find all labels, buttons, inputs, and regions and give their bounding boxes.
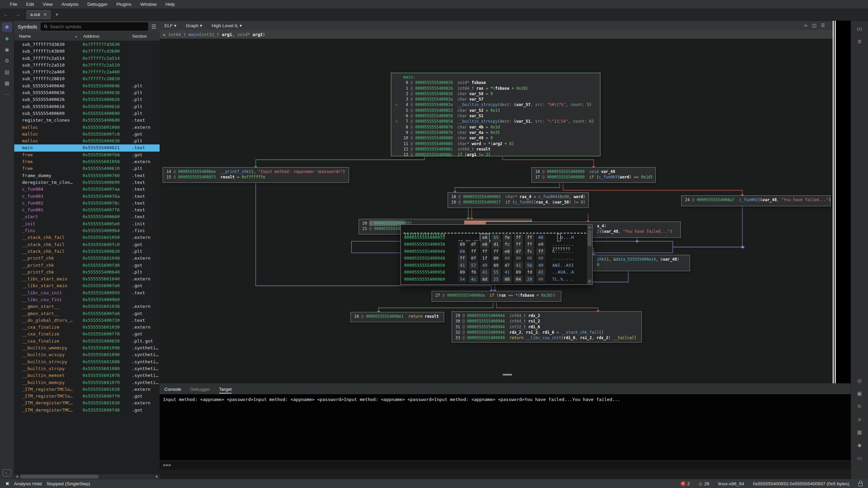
symbol-row[interactable]: __do_global_dtors_…0x555555400720.text	[14, 317, 160, 324]
error-badge[interactable]: ✕2	[681, 481, 690, 486]
hex-ascii-char[interactable]: .	[568, 241, 571, 248]
hex-byte[interactable]: e9	[536, 241, 545, 248]
symbol-row[interactable]: __builtin_memcpy0x555555601070.syntheti…	[14, 379, 160, 386]
function-signature[interactable]: ↻ int64_t main(int32_t arg1, void* arg2)	[160, 30, 833, 39]
hex-ascii-char[interactable]: .	[558, 248, 560, 255]
symbol-row[interactable]: malloc0x555555601060.extern	[14, 124, 160, 131]
hex-ascii-char[interactable]: .	[560, 248, 563, 255]
symbols-panel-icon[interactable]: ✱	[2, 22, 12, 32]
code-line[interactable]: 31 @ 0000555555400944 int32_t rdi_6	[455, 324, 638, 330]
hex-byte[interactable]: 57	[469, 262, 478, 269]
hex-ascii-char[interactable]: .	[555, 248, 558, 255]
hex-ascii-char[interactable]: H	[571, 234, 574, 241]
symbol-row[interactable]: __printf_chk0x555555601048.extern	[14, 255, 160, 262]
symbol-row[interactable]: __printf_chk0x555555600fd0.got	[14, 262, 160, 269]
tags-panel-icon[interactable]: ◈	[2, 34, 12, 43]
code-line[interactable]: 12 @ 000055555540088c int64_t result	[403, 146, 597, 152]
hex-ascii-char[interactable]: .	[552, 269, 555, 276]
hex-ascii-char[interactable]: .	[558, 255, 560, 262]
symbol-row[interactable]: _init0x5555554005e0.init	[14, 221, 160, 227]
hex-byte[interactable]: fc	[525, 248, 534, 255]
code-line[interactable]: 0 @ 0000555555400826 void* fsbase	[403, 80, 597, 85]
hex-byte[interactable]: 41	[503, 269, 512, 276]
hex-byte[interactable]: ff	[514, 234, 523, 241]
symbol-row[interactable]: free0x555555400610.plt	[14, 165, 160, 172]
hex-ascii-char[interactable]: .	[566, 276, 568, 283]
hex-byte[interactable]: 00	[536, 276, 545, 283]
symbol-row[interactable]: sub_7ffff7c43b900x7ffff7c43b90	[14, 48, 160, 55]
hex-ascii-char[interactable]: I	[571, 262, 574, 269]
analysis-stop-icon[interactable]: ✖	[5, 481, 9, 486]
hex-byte[interactable]: e8	[480, 241, 489, 248]
symbol-row[interactable]: __stack_chk_fail0x555555601050.extern	[14, 234, 160, 241]
column-divider[interactable]	[130, 33, 130, 40]
lock-icon[interactable]	[858, 483, 863, 486]
graph-canvas[interactable]: main: 0 @ 0000555555400826 void* fsbase …	[160, 39, 833, 383]
code-line[interactable]: 33 @ 0000555555400949 return __libc_csu_…	[455, 335, 638, 341]
symbol-row[interactable]: __cxa_finalize0x555555601030.extern	[14, 324, 160, 331]
hex-ascii-char[interactable]: U	[560, 234, 563, 241]
hex-row[interactable]: 0000555555400932e855feffff48 .U...H	[401, 234, 592, 241]
hex-byte[interactable]: 4c	[469, 276, 478, 283]
hex-ascii-char[interactable]: h	[552, 248, 555, 255]
hex-ascii-char[interactable]: .	[563, 276, 566, 283]
hex-ascii-char[interactable]: L	[555, 276, 558, 283]
hex-ascii-char[interactable]: .	[555, 255, 558, 262]
hex-byte[interactable]: 49	[480, 262, 489, 269]
hex-ascii-char[interactable]: I	[558, 262, 560, 269]
hex-ascii-char[interactable]: .	[563, 234, 566, 241]
code-line[interactable]: 9 @ 000055555540087b char var_4a = 0x35	[403, 130, 597, 135]
code-line[interactable]: 0	[597, 262, 686, 267]
hex-ascii-char[interactable]: .	[566, 248, 568, 255]
code-line[interactable]: 30 @ 0000555555400944 int64_t rsi_2	[455, 318, 638, 324]
code-line[interactable]: 3 @ 000055555540083a char var_57	[403, 97, 597, 102]
symbol-row[interactable]: c_fun0010x5555554007f6.text	[14, 207, 160, 213]
hex-byte[interactable]: 25	[491, 276, 501, 283]
hex-ascii-char[interactable]: .	[566, 269, 568, 276]
symbol-row[interactable]: __libc_start_main0x555555600fe0.got	[14, 282, 160, 289]
console-input[interactable]: >>>	[160, 460, 851, 470]
hex-byte[interactable]: 41	[536, 269, 545, 276]
hex-byte[interactable]: ff	[525, 241, 534, 248]
symbol-row[interactable]: __gmon_start__0x555555601038.extern	[14, 303, 160, 310]
hex-row[interactable]: 0000555555400960544c8d2588042000TL.%.. .	[401, 276, 592, 283]
menu-edit[interactable]: Edit	[22, 2, 38, 7]
hex-byte[interactable]: ff	[480, 248, 489, 255]
hex-ascii-char[interactable]: .	[568, 234, 571, 241]
split-view-icon[interactable]: ◫	[812, 23, 816, 28]
feature-map[interactable]	[836, 21, 851, 383]
symbol-row[interactable]: __libc_csu_fini0x5555554009b0	[14, 296, 160, 303]
console-tab-console[interactable]: Console	[164, 387, 181, 394]
hex-byte[interactable]: 41	[480, 269, 489, 276]
block-29[interactable]: 29 @ 0000555555400944 int64_t rdx_230 @ …	[452, 311, 642, 343]
new-tab-button[interactable]: +	[51, 12, 63, 18]
code-line[interactable]: 1 @ 0000555555400826 int64_t rax = *(fsb…	[403, 86, 597, 91]
menu-plugins[interactable]: Plugins	[112, 2, 136, 7]
hex-byte[interactable]: ff	[514, 241, 523, 248]
hex-ascii-char[interactable]: .	[568, 269, 571, 276]
symbol-row[interactable]: __stack_chk_fail0x555555400620.plt	[14, 248, 160, 255]
console-tab-target[interactable]: Target	[219, 387, 232, 394]
analysis-hold-label[interactable]: Analysis Hold	[14, 481, 42, 486]
code-line[interactable]: 16 @ 0000555555400899 void var_48	[535, 169, 652, 174]
code-line[interactable]: ⚠ 4 @ 000055555540083a __builtin_strncpy…	[403, 102, 597, 107]
hex-byte[interactable]: 89	[491, 262, 501, 269]
hex-byte[interactable]: 55	[491, 234, 501, 241]
nav-forward-icon[interactable]: →	[12, 12, 24, 17]
hex-ascii-char[interactable]: .	[563, 255, 566, 262]
hex-popup-scrollbar[interactable]: ▲ ▼	[587, 225, 592, 284]
hex-ascii-char[interactable]: .	[563, 241, 566, 248]
code-line[interactable]: 5 @ 0000555555400853 char var_52 = 0x13	[403, 108, 597, 113]
hex-ascii-char[interactable]: A	[552, 262, 555, 269]
code-line[interactable]: 28 @ 00005555554008e1 return result	[354, 314, 440, 319]
symbol-row[interactable]: sub_5555554006160x555555400616.plt	[14, 103, 160, 110]
code-line[interactable]: 8 @ 0000555555400876 char var_4b = 0x1d	[403, 124, 597, 130]
symbol-row[interactable]: __cxa_finalize0x555555400650.plt.got	[14, 338, 160, 345]
symbols-hscrollbar[interactable]: ◀ ▶	[14, 474, 160, 479]
symbol-row[interactable]: c_fun0040x5555554007aa.text	[14, 186, 160, 193]
menu-window[interactable]: Window	[136, 2, 161, 7]
nav-back-icon[interactable]: ←	[0, 12, 12, 17]
hash-icon[interactable]: #	[854, 414, 865, 424]
code-line[interactable]: 18 @ 0000555555400902 char* rax_4 = c_fu…	[451, 194, 585, 199]
code-line[interactable]: 6 @ 0000555555400858 char var_51	[403, 113, 597, 119]
